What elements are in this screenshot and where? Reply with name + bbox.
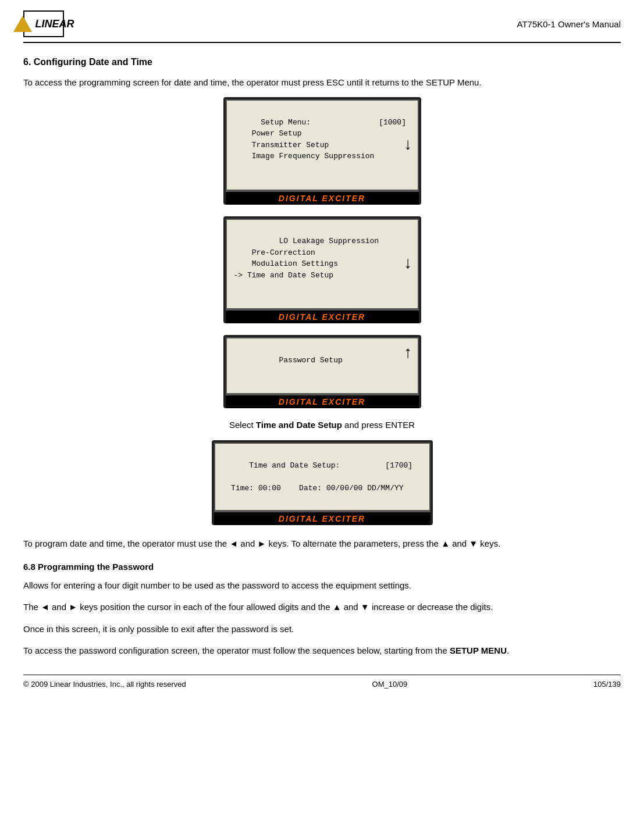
display2-screen: LO Leakage Suppression Pre-Correction Mo… [226,219,419,310]
section68-para1: Allows for entering a four digit number … [23,579,621,592]
section68-para3: Once in this screen, it is only possible… [23,622,621,636]
select-text-post: and press ENTER [342,420,415,430]
display4-content: Time and Date Setup: [1700] Time: 00:00 … [222,461,413,493]
footer-doc-id: OM_10/09 [372,680,408,689]
display4-label: DIGITAL EXCITER [214,511,430,525]
display2-wrapper: LO Leakage Suppression Pre-Correction Mo… [23,216,621,324]
section68-para2: The ◄ and ► keys position the cursor in … [23,600,621,614]
logo-box: LINEAR [23,10,64,37]
select-text-pre: Select [229,420,256,430]
footer-copyright: © 2009 Linear Industries, Inc., all righ… [23,680,186,689]
select-text: Select Time and Date Setup and press ENT… [23,420,621,430]
display3-wrapper: Password Setup ↑ DIGITAL EXCITER [23,335,621,408]
display4-wrapper: Time and Date Setup: [1700] Time: 00:00 … [23,440,621,525]
section6-para2: To program date and time, the operator m… [23,537,621,550]
display2-content: LO Leakage Suppression Pre-Correction Mo… [234,237,379,280]
select-text-bold: Time and Date Setup [256,420,342,430]
section6-para1: To access the programming screen for dat… [23,76,621,89]
display1-label: DIGITAL EXCITER [226,191,419,205]
display1-wrapper: Setup Menu: [1000] Power Setup Transmitt… [23,97,621,205]
display1-outer: Setup Menu: [1000] Power Setup Transmitt… [223,97,421,205]
logo-triangle-icon [13,16,32,32]
display1-screen: Setup Menu: [1000] Power Setup Transmitt… [226,99,419,191]
logo-text: LINEAR [35,18,74,30]
display2-arrow-icon: ↓ [403,256,413,272]
section68-heading: 6.8 Programming the Password [23,562,621,572]
display3-arrow-icon: ↑ [403,345,413,362]
display3-label: DIGITAL EXCITER [226,394,419,408]
section68-para4: To access the password configuration scr… [23,644,621,657]
page-header: LINEAR AT75K0-1 Owner's Manual [23,10,621,43]
section6-heading: 6. Configuring Date and Time [23,57,621,67]
footer-page: 105/139 [593,680,621,689]
section68-para4-pre: To access the password configuration scr… [23,645,450,655]
display4-outer: Time and Date Setup: [1700] Time: 00:00 … [212,440,433,525]
page-footer: © 2009 Linear Industries, Inc., all righ… [23,675,621,689]
display3-content: Password Setup [261,356,342,365]
display4-screen: Time and Date Setup: [1700] Time: 00:00 … [214,443,430,511]
display1-arrow-icon: ↓ [403,137,413,154]
logo-area: LINEAR [23,10,69,37]
display2-outer: LO Leakage Suppression Pre-Correction Mo… [223,216,421,324]
display1-content: Setup Menu: [1000] Power Setup Transmitt… [234,118,406,161]
section68-para4-bold: SETUP MENU [450,645,507,655]
section68-para4-end: . [507,645,509,655]
display3-screen: Password Setup ↑ [226,337,419,394]
display3-outer: Password Setup ↑ DIGITAL EXCITER [223,335,421,408]
header-title: AT75K0-1 Owner's Manual [517,19,621,29]
display2-label: DIGITAL EXCITER [226,309,419,323]
